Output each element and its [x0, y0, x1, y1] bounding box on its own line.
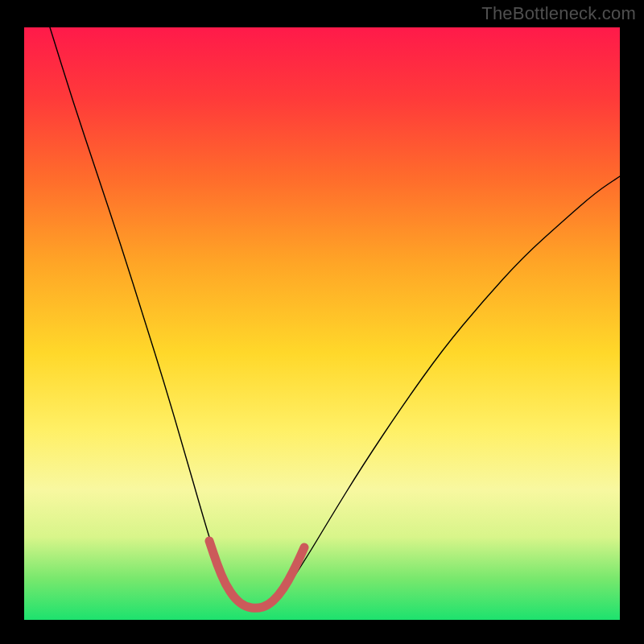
bottleneck-highlight [209, 541, 304, 608]
watermark-text: TheBottleneck.com [481, 3, 636, 24]
chart-plot-area [24, 27, 620, 620]
chart-frame: TheBottleneck.com [0, 0, 644, 644]
chart-svg [24, 27, 620, 620]
bottleneck-curve [50, 27, 620, 608]
